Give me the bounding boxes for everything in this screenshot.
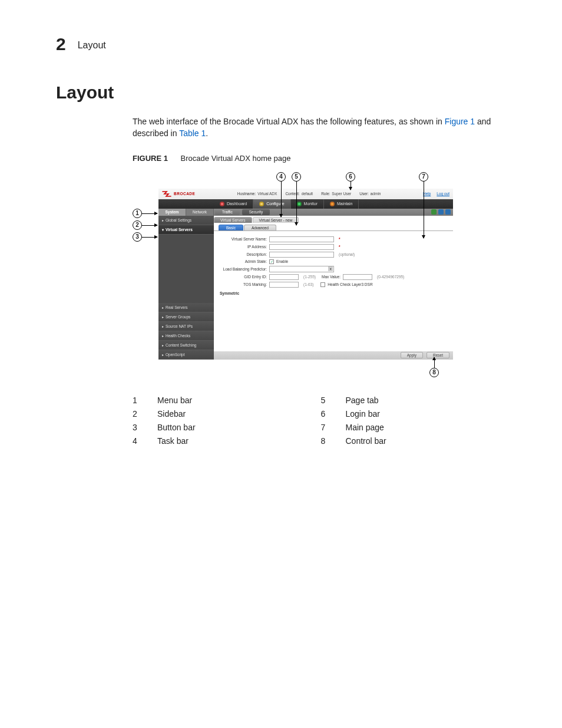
select-lb-predictor[interactable]: ▾	[269, 266, 334, 272]
legend-num: 4	[133, 436, 141, 446]
label-admin-state: Admin State:	[220, 259, 267, 263]
hint-max: (0-4294967295)	[377, 275, 404, 279]
nav-configure[interactable]: Configure	[253, 199, 290, 209]
input-description[interactable]	[269, 252, 334, 258]
sidebar-health-checks[interactable]: ▸Health Checks	[158, 331, 214, 341]
wrench-icon	[330, 202, 335, 206]
legend-text: Task bar	[157, 436, 189, 446]
task-tab-virtual-server-new[interactable]: Virtual Server - new	[253, 217, 299, 223]
sidebar-content-switching[interactable]: ▸Content Switching	[158, 341, 214, 350]
callout-3: 3	[133, 232, 142, 242]
brand-logo: BROCADE	[162, 191, 195, 197]
tab-advanced[interactable]: Advanced	[244, 225, 276, 230]
context-label: Context:	[285, 192, 299, 196]
label-max-value: Max Value:	[322, 275, 340, 279]
figure-1: 1 2 3 4 5 6 7 8 BROCADE	[133, 172, 462, 378]
hint-optional: (optional)	[339, 252, 355, 256]
input-max-value[interactable]	[343, 274, 372, 280]
input-ip-address[interactable]	[269, 244, 334, 250]
chapter-title: Layout	[78, 38, 106, 51]
sidebar-real-servers[interactable]: ▸Real Servers	[158, 303, 214, 312]
help-icon[interactable]	[445, 209, 451, 215]
task-tab-virtual-servers[interactable]: Virtual Servers	[214, 217, 252, 223]
hostname-label: Hostname:	[237, 192, 256, 196]
callout-7: 7	[419, 172, 428, 182]
submenu-system[interactable]: System	[158, 209, 186, 216]
label-tos-marking: TOS Marking:	[220, 282, 267, 286]
sidebar-item-label: Virtual Servers	[166, 228, 193, 232]
chip-traffic[interactable]: Traffic	[215, 209, 240, 215]
chevron-down-icon: ▾	[328, 266, 333, 271]
section-heading: Layout	[56, 83, 509, 103]
callout-5-arrow	[296, 182, 297, 225]
monitor-icon	[297, 202, 302, 206]
required-marker: *	[339, 245, 340, 249]
figure-caption: FIGURE 1 Brocade Virtual ADX home page	[133, 154, 509, 163]
intro-text-1: The web interface of the Brocade Virtual…	[133, 117, 445, 126]
figure-caption-label: FIGURE 1	[133, 154, 168, 163]
sidebar-item-label: Server Groups	[166, 315, 190, 319]
user-field: User: admin	[359, 192, 381, 196]
screenshot: BROCADE Hostname: Virtual ADX Context: d…	[158, 189, 453, 360]
legend-num: 5	[321, 396, 329, 405]
intro-paragraph: The web interface of the Brocade Virtual…	[133, 116, 509, 140]
sidebar-virtual-servers[interactable]: ▾Virtual Servers	[158, 225, 214, 235]
submenu-network[interactable]: Network	[186, 209, 214, 216]
figure-link[interactable]: Figure 1	[445, 117, 475, 126]
callout-7-arrow	[424, 182, 424, 238]
legend-text: Page tab	[346, 396, 379, 405]
context-value: default	[302, 192, 313, 196]
sidebar-item-label: Content Switching	[166, 343, 196, 347]
checkbox-admin-state[interactable]: ✓	[269, 259, 274, 264]
tab-basic[interactable]: Basic	[219, 225, 243, 230]
chevron-right-icon: ▸	[162, 324, 164, 328]
page-tabs: Basic Advanced	[214, 224, 453, 231]
callout-3-arrow	[142, 237, 157, 238]
nav-maintain[interactable]: Maintain	[324, 199, 359, 209]
submenu-tools	[431, 209, 453, 216]
callout-6: 6	[346, 172, 355, 182]
legend-text: Login bar	[346, 409, 380, 419]
callout-6-arrow	[351, 182, 351, 190]
nav-maintain-label: Maintain	[337, 202, 352, 206]
input-virtual-server-name[interactable]	[269, 236, 334, 242]
input-gid-entry[interactable]	[269, 274, 299, 280]
sidebar-item-label: Global Settings	[166, 218, 191, 222]
callout-4-arrow	[281, 182, 282, 217]
table-link[interactable]: Table 1	[179, 129, 206, 138]
required-marker: *	[339, 237, 340, 241]
figure-caption-text: Brocade Virtual ADX home page	[181, 154, 291, 163]
nav-configure-label: Configure	[266, 202, 284, 206]
user-value: admin	[371, 192, 381, 196]
logout-link[interactable]: Log out	[437, 192, 449, 196]
chevron-right-icon: ▸	[162, 315, 164, 319]
checkbox-health-check-dsr[interactable]	[320, 282, 325, 287]
admin-state-value: Enable	[276, 259, 288, 263]
hint-gid: (1-255)	[303, 275, 316, 279]
sidebar-server-groups[interactable]: ▸Server Groups	[158, 312, 214, 322]
sidebar-openscript[interactable]: ▸OpenScript	[158, 350, 214, 360]
sidebar-source-nat[interactable]: ▸Source NAT IPs	[158, 322, 214, 331]
hint-tos: (1-63)	[303, 282, 313, 286]
legend-num: 3	[133, 423, 141, 432]
brand-text: BROCADE	[174, 192, 195, 196]
legend-num: 7	[321, 423, 329, 432]
gauge-icon	[220, 202, 224, 206]
chip-security[interactable]: Security	[242, 209, 270, 215]
callout-8: 8	[429, 368, 439, 377]
label-virtual-server-name: Virtual Server Name:	[220, 237, 267, 241]
callout-2: 2	[133, 220, 142, 230]
nav-dashboard[interactable]: Dashboard	[214, 199, 253, 209]
refresh-icon[interactable]	[431, 209, 437, 215]
sidebar-global-settings[interactable]: ▸Global Settings	[158, 216, 214, 225]
apply-button[interactable]: Apply	[401, 352, 423, 358]
save-icon[interactable]	[438, 209, 444, 215]
callout-1: 1	[133, 209, 142, 218]
fieldset-symmetric: Symmetric	[220, 291, 447, 295]
reset-button[interactable]: Reset	[427, 352, 449, 358]
nav-dashboard-label: Dashboard	[227, 202, 247, 206]
input-tos-marking[interactable]	[269, 282, 299, 288]
hostname-value: Virtual ADX	[257, 192, 277, 196]
legend-text: Control bar	[346, 436, 386, 446]
form-body: Virtual Server Name: * IP Address: * Des…	[214, 231, 453, 299]
